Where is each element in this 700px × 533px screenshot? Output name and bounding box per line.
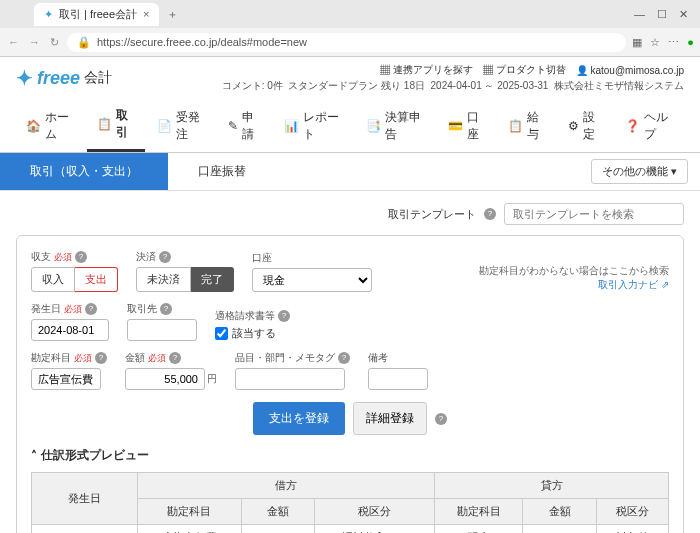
subtab-transactions[interactable]: 取引（収入・支出） bbox=[0, 153, 168, 190]
account-select[interactable]: 現金 bbox=[252, 268, 372, 292]
comment-count: コメント: 0件 bbox=[222, 80, 283, 91]
preview-table: 発生日 借方 貸方 勘定科目金額税区分 勘定科目金額税区分 2024-08-01… bbox=[31, 472, 669, 533]
table-row: 2024-08-01 広告宣伝費55,000課対仕入10% 現金55,000対象… bbox=[32, 525, 669, 534]
nav-home[interactable]: 🏠 ホーム bbox=[16, 99, 85, 152]
help-icon[interactable]: ? bbox=[169, 352, 181, 364]
lock-icon: 🔒 bbox=[77, 36, 91, 49]
unsettled-toggle[interactable]: 未決済 bbox=[136, 267, 191, 292]
menu-icon[interactable]: ⋯ bbox=[668, 36, 679, 49]
logo-sub: 会計 bbox=[84, 69, 112, 87]
logo-text: freee bbox=[37, 68, 80, 89]
tab-favicon: ✦ bbox=[44, 8, 53, 21]
help-icon[interactable]: ? bbox=[75, 251, 87, 263]
close-window-icon[interactable]: ✕ bbox=[679, 8, 688, 21]
nav-transactions[interactable]: 📋 取引 bbox=[87, 99, 145, 152]
note-input[interactable] bbox=[368, 368, 428, 390]
product-switch[interactable]: ▦ プロダクト切替 bbox=[483, 63, 566, 77]
profile-icon[interactable]: ● bbox=[687, 36, 694, 49]
plan-info: スタンダードプラン 残り 18日 bbox=[288, 80, 425, 91]
help-icon[interactable]: ? bbox=[85, 303, 97, 315]
tags-input[interactable] bbox=[235, 368, 345, 390]
user-email[interactable]: 👤 katou@mimosa.co.jp bbox=[576, 65, 684, 76]
hint-link[interactable]: 取引入力ナビ ⇗ bbox=[598, 279, 669, 290]
browser-tab[interactable]: ✦ 取引 | freee会計 × bbox=[34, 3, 159, 26]
subtab-transfer[interactable]: 口座振替 bbox=[168, 153, 276, 190]
other-functions-menu[interactable]: その他の機能 ▾ bbox=[591, 159, 688, 184]
partner-input[interactable] bbox=[127, 319, 197, 341]
nav-help[interactable]: ❓ ヘルプ bbox=[615, 99, 684, 152]
help-icon[interactable]: ? bbox=[159, 251, 171, 263]
submit-button[interactable]: 支出を登録 bbox=[253, 402, 345, 435]
account-item-input[interactable] bbox=[31, 368, 101, 390]
detail-button[interactable]: 詳細登録 bbox=[353, 402, 427, 435]
apps-link[interactable]: ▦ 連携アプリを探す bbox=[380, 63, 473, 77]
nav-orders[interactable]: 📄 受発注 bbox=[147, 99, 216, 152]
close-icon[interactable]: × bbox=[143, 8, 149, 20]
date-input[interactable] bbox=[31, 319, 109, 341]
help-icon[interactable]: ? bbox=[435, 413, 447, 425]
logo[interactable]: ✦ freee 会計 bbox=[16, 66, 112, 90]
income-toggle[interactable]: 収入 bbox=[31, 267, 75, 292]
hint-text: 勘定科目がわからない場合はここから検索 bbox=[479, 264, 669, 278]
invoice-checkbox[interactable] bbox=[215, 327, 228, 340]
url-text: https://secure.freee.co.jp/deals#mode=ne… bbox=[97, 36, 307, 48]
nav-closing[interactable]: 📑 決算申告 bbox=[356, 99, 436, 152]
help-icon[interactable]: ? bbox=[278, 310, 290, 322]
favorite-icon[interactable]: ☆ bbox=[650, 36, 660, 49]
minimize-icon[interactable]: ― bbox=[634, 8, 645, 21]
company-name: 株式会社ミモザ情報システム bbox=[554, 80, 684, 91]
period-info: 2024-04-01 ～ 2025-03-31 bbox=[431, 80, 549, 91]
forward-icon: → bbox=[27, 34, 42, 50]
nav-settings[interactable]: ⚙ 設定 bbox=[558, 99, 613, 152]
amount-input[interactable] bbox=[125, 368, 205, 390]
template-label: 取引テンプレート bbox=[388, 207, 476, 222]
maximize-icon[interactable]: ☐ bbox=[657, 8, 667, 21]
nav-payroll[interactable]: 📋 給与 bbox=[498, 99, 556, 152]
help-icon[interactable]: ? bbox=[160, 303, 172, 315]
logo-bird-icon: ✦ bbox=[16, 66, 33, 90]
template-search-input[interactable] bbox=[504, 203, 684, 225]
address-bar[interactable]: 🔒 https://secure.freee.co.jp/deals#mode=… bbox=[67, 33, 626, 52]
help-icon[interactable]: ? bbox=[95, 352, 107, 364]
transaction-form: 収支 必須 ? 収入 支出 決済 ? 未決済 完了 口座 現金 bbox=[16, 235, 684, 533]
nav-requests[interactable]: ✎ 申請 bbox=[218, 99, 272, 152]
help-icon[interactable]: ? bbox=[484, 208, 496, 220]
help-icon[interactable]: ? bbox=[338, 352, 350, 364]
extension-icon[interactable]: ▦ bbox=[632, 36, 642, 49]
chevron-up-icon: ˄ bbox=[31, 449, 37, 463]
preview-title[interactable]: ˄仕訳形式プレビュー bbox=[31, 447, 669, 464]
new-tab-button[interactable]: ＋ bbox=[167, 7, 178, 22]
settled-toggle[interactable]: 完了 bbox=[191, 267, 234, 292]
nav-reports[interactable]: 📊 レポート bbox=[274, 99, 354, 152]
refresh-icon[interactable]: ↻ bbox=[48, 34, 61, 51]
tab-title: 取引 | freee会計 bbox=[59, 7, 137, 22]
expense-toggle[interactable]: 支出 bbox=[75, 267, 118, 292]
back-icon[interactable]: ← bbox=[6, 34, 21, 50]
nav-accounts[interactable]: 💳 口座 bbox=[438, 99, 496, 152]
